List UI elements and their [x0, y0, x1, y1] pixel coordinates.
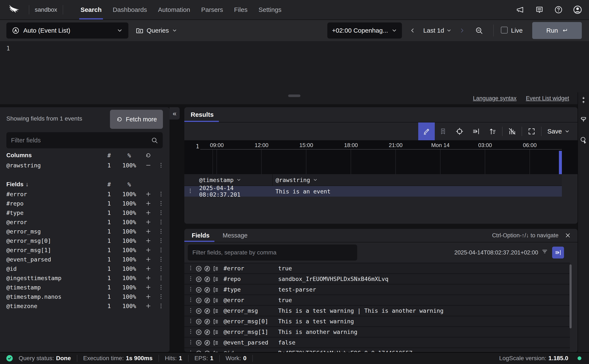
event-row[interactable]: 2025-04-14 08:02:37.201 This is an event [184, 186, 562, 197]
filter-equals-icon[interactable] [195, 350, 202, 352]
field-row[interactable]: @timezone 1 100% [0, 301, 169, 311]
timeline-event-bar[interactable] [559, 151, 562, 175]
filter-not-equals-icon[interactable] [204, 339, 211, 347]
remove-column-icon[interactable] [140, 162, 157, 169]
nav-item[interactable]: Dashboards [107, 0, 153, 20]
add-field-icon[interactable] [140, 266, 157, 272]
field-row[interactable]: @error 1 100% [0, 217, 169, 227]
row-menu-icon[interactable] [187, 188, 193, 195]
help-icon[interactable] [553, 5, 563, 15]
row-menu-icon[interactable] [188, 265, 194, 272]
nav-item[interactable]: Search [75, 0, 107, 20]
filter-not-equals-icon[interactable] [204, 265, 211, 273]
workspace-name[interactable]: sandbox [35, 6, 57, 13]
filter-equals-icon[interactable] [195, 308, 202, 315]
field-menu-icon[interactable] [157, 284, 165, 291]
query-editor[interactable]: 1 [0, 41, 589, 92]
row-menu-icon[interactable] [188, 339, 194, 346]
refresh-columns-icon[interactable] [140, 152, 157, 158]
filter-equals-icon[interactable] [195, 265, 202, 273]
add-field-icon[interactable] [140, 228, 157, 234]
field-menu-icon[interactable] [157, 266, 165, 272]
add-field-icon[interactable] [140, 284, 157, 291]
sort-descending-icon[interactable]: ↓ [26, 181, 29, 188]
tab-fields[interactable]: Fields [192, 232, 210, 239]
time-range-select[interactable]: Last 1d [422, 22, 453, 39]
announcements-icon[interactable] [515, 5, 525, 15]
crosshair-button[interactable] [451, 123, 468, 140]
field-row[interactable]: @timestamp.nanos 1 100% [0, 292, 169, 301]
live-checkbox[interactable] [501, 27, 508, 33]
group-by-icon[interactable] [212, 308, 219, 315]
group-by-icon[interactable] [212, 286, 219, 294]
inspector-field-row[interactable]: @id Rc4PEZ0kT3ECf1tMoHvbrE9C_0_0_1744610… [184, 347, 570, 352]
filter-equals-icon[interactable] [195, 276, 202, 284]
view-mode-select[interactable]: Auto (Event List) [6, 22, 128, 39]
column-divider[interactable] [272, 174, 273, 186]
add-field-icon[interactable] [140, 293, 157, 300]
add-field-icon[interactable] [140, 238, 157, 244]
row-menu-icon[interactable] [188, 318, 194, 325]
chevron-down-icon[interactable] [236, 177, 241, 182]
inspector-field-row[interactable]: @error_msg[1] This is another warning [184, 326, 570, 337]
time-forward-button[interactable] [455, 22, 468, 39]
close-icon[interactable] [564, 232, 571, 239]
filter-fields-input[interactable]: Filter fields [6, 132, 163, 148]
inspector-field-row[interactable]: @error_msg[0] This is a test warning [184, 316, 570, 326]
inspector-scrollbar[interactable] [570, 264, 572, 328]
panel-resize-handle[interactable] [288, 95, 300, 97]
field-menu-icon[interactable] [157, 238, 165, 244]
tab-results[interactable]: Results [191, 111, 214, 118]
interactions-cursor-icon[interactable] [580, 136, 587, 144]
inspector-field-row[interactable]: #type test-parser [184, 284, 570, 294]
field-menu-icon[interactable] [157, 209, 165, 216]
run-button[interactable]: Run [532, 22, 582, 39]
row-menu-icon[interactable] [188, 297, 194, 304]
group-by-icon[interactable] [212, 265, 219, 273]
filter-not-equals-icon[interactable] [204, 318, 211, 326]
toggle-histogram-button[interactable] [504, 123, 520, 140]
field-row[interactable]: #repo 1 100% [0, 199, 169, 208]
formatting-brush-icon[interactable] [580, 116, 587, 124]
add-field-icon[interactable] [140, 256, 157, 262]
add-field-icon[interactable] [140, 200, 157, 207]
add-field-icon[interactable] [140, 247, 157, 253]
row-menu-icon[interactable] [188, 329, 194, 335]
row-menu-icon[interactable] [188, 350, 194, 352]
field-menu-icon[interactable] [157, 303, 165, 309]
inspector-field-row[interactable]: #repo sandbox_IrEUOMVHSPLDxSNxB46mXLvq [184, 273, 570, 284]
field-row[interactable]: @event_parsed 1 100% [0, 255, 169, 264]
chevron-down-icon[interactable] [313, 177, 318, 182]
inspector-filter-input[interactable]: Filter fields, separate by comma [188, 245, 357, 261]
field-menu-icon[interactable] [157, 293, 165, 300]
inspector-field-row[interactable]: @error true [184, 294, 570, 305]
filter-not-equals-icon[interactable] [204, 297, 211, 305]
field-row[interactable]: @error_msg[1] 1 100% [0, 245, 169, 255]
column-header-timestamp[interactable]: @timestamp [199, 177, 234, 183]
inspector-field-row[interactable]: @event_parsed false [184, 337, 570, 347]
filter-not-equals-icon[interactable] [204, 329, 211, 337]
row-menu-icon[interactable] [188, 276, 194, 282]
field-row[interactable]: @ingesttimestamp 1 100% [0, 273, 169, 283]
nav-item[interactable]: Parsers [195, 0, 228, 20]
field-menu-icon[interactable] [157, 275, 165, 281]
field-menu-icon[interactable] [157, 247, 165, 253]
language-syntax-link[interactable]: Language syntax [473, 95, 517, 102]
tab-message[interactable]: Message [223, 232, 248, 239]
group-by-icon[interactable] [212, 276, 219, 284]
crowdstrike-falcon-logo[interactable] [5, 3, 23, 17]
group-by-icon[interactable] [212, 318, 219, 326]
filter-icon[interactable] [541, 248, 548, 256]
filter-equals-icon[interactable] [195, 329, 202, 337]
field-row[interactable]: @id 1 100% [0, 264, 169, 273]
add-field-icon[interactable] [140, 191, 157, 197]
queries-menu-button[interactable]: Queries [136, 22, 177, 39]
event-list-widget-link[interactable]: Event List widget [526, 95, 569, 102]
fullscreen-button[interactable] [523, 123, 540, 140]
collapse-panels-icon[interactable] [580, 96, 587, 105]
row-menu-icon[interactable] [188, 286, 194, 293]
filter-not-equals-icon[interactable] [204, 350, 211, 352]
field-menu-icon[interactable] [157, 219, 165, 225]
jump-to-event-button[interactable] [552, 247, 564, 259]
results-timeline[interactable]: 1 09:0012:0015:0018:0021:00Mon 1403:0006… [184, 140, 577, 174]
